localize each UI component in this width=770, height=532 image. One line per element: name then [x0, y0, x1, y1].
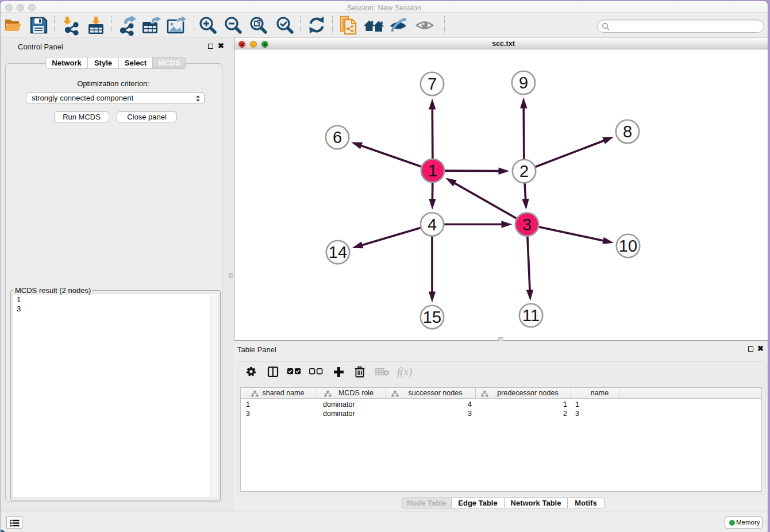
svg-text:14: 14	[329, 243, 347, 261]
svg-text:2: 2	[519, 162, 529, 180]
svg-text:6: 6	[333, 128, 342, 147]
svg-text:1: 1	[428, 161, 437, 180]
svg-text:3: 3	[522, 215, 532, 234]
svg-text:4: 4	[428, 215, 437, 234]
svg-text:15: 15	[423, 308, 441, 326]
svg-text:8: 8	[623, 122, 632, 141]
svg-text:9: 9	[519, 74, 528, 92]
svg-text:11: 11	[522, 306, 540, 325]
svg-text:7: 7	[428, 75, 437, 93]
svg-text:10: 10	[619, 237, 637, 255]
